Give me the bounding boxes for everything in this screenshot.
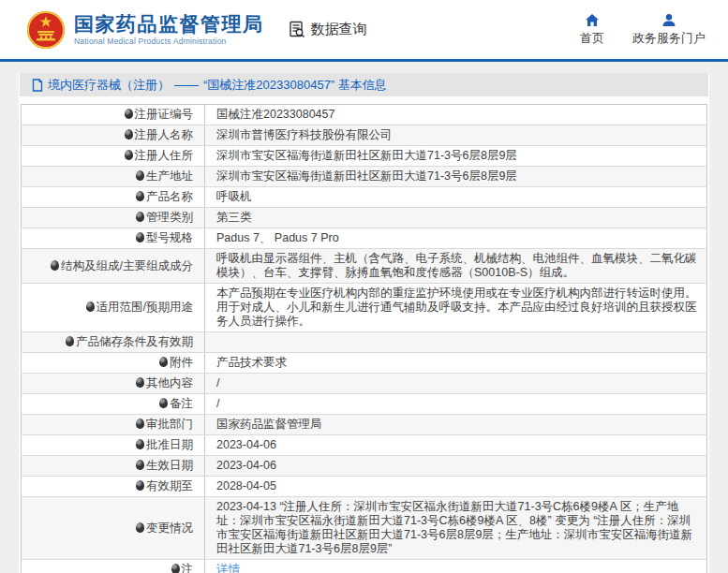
row-label: 结构及组成/主要组成成分: [22, 249, 205, 284]
top-nav: 首页 政务服务门户: [580, 13, 706, 47]
table-row: 型号规格 Padus 7、 Padus 7 Pro: [22, 228, 707, 249]
row-value: /: [205, 374, 707, 394]
table-row: 审批部门 国家药品监督管理局: [22, 415, 707, 435]
table-row: 注册人住所 深圳市宝安区福海街道新田社区新田大道71-3号6层8层9层: [22, 146, 707, 167]
table-row: 其他内容 /: [22, 374, 707, 394]
table-row: 结构及组成/主要组成成分 呼吸机由显示器组件、主机（含气路、电子系统、机械结构、…: [22, 249, 707, 284]
row-value: 深圳市普博医疗科技股份有限公司: [205, 125, 707, 146]
breadcrumb-current: “国械注准20233080457” 基本信息: [203, 77, 387, 94]
row-label: 适用范围/预期用途: [22, 284, 205, 332]
info-table-wrap: 注册证编号 国械注准20233080457 注册人名称 深圳市普博医疗科技股份有…: [20, 96, 708, 573]
table-row: 注册人名称 深圳市普博医疗科技股份有限公司: [22, 125, 707, 146]
nav-item-gov-portal[interactable]: 政务服务门户: [632, 13, 706, 47]
table-row: 注册证编号 国械注准20233080457: [22, 105, 707, 125]
row-label: 备注: [22, 394, 205, 415]
user-icon: [661, 13, 676, 27]
row-label: 注册人住所: [22, 146, 205, 167]
data-query-label: 数据查询: [311, 21, 367, 38]
nav-item-home[interactable]: 首页: [580, 13, 604, 47]
row-value: 深圳市宝安区福海街道新田社区新田大道71-3号6层8层9层: [205, 146, 707, 167]
row-label: 附件: [22, 353, 205, 374]
row-label: 生产地址: [22, 167, 205, 187]
info-table-body: 注册证编号 国械注准20233080457 注册人名称 深圳市普博医疗科技股份有…: [22, 105, 707, 573]
header-divider: [0, 59, 728, 62]
table-row: 适用范围/预期用途 本产品预期在专业医疗机构内部的重症监护环境使用或在专业医疗机…: [22, 284, 707, 332]
row-value: 2023-04-06: [205, 435, 707, 456]
row-value: /: [205, 394, 707, 415]
row-label: 生效日期: [22, 456, 205, 477]
row-label: 产品名称: [22, 187, 205, 208]
row-label: 批准日期: [22, 435, 205, 456]
details-link[interactable]: 详情: [216, 563, 240, 573]
home-icon: [585, 13, 600, 27]
registration-info-table: 注册证编号 国械注准20233080457 注册人名称 深圳市普博医疗科技股份有…: [21, 104, 707, 573]
row-value: 深圳市宝安区福海街道新田社区新田大道71-3号6层8层9层: [205, 167, 707, 187]
document-icon: [32, 79, 43, 92]
national-emblem-icon: [26, 10, 66, 50]
nav-item-home-label: 首页: [580, 30, 604, 47]
site-header: 国家药品监督管理局 National Medical Products Admi…: [0, 0, 728, 59]
table-row: 附件 产品技术要求: [22, 353, 707, 374]
row-label: 其他内容: [22, 374, 205, 394]
row-label: 型号规格: [22, 228, 205, 249]
table-row: 管理类别 第三类: [22, 208, 707, 228]
row-value: 第三类: [205, 208, 707, 228]
row-value: 2028-04-05: [205, 477, 707, 497]
table-row: 产品名称 呼吸机: [22, 187, 707, 208]
doc-search-icon: [289, 21, 306, 38]
row-label: 注册证编号: [22, 105, 205, 125]
row-value: 详情: [205, 560, 707, 573]
row-label: 产品储存条件及有效期: [22, 332, 205, 353]
table-row: 备注 /: [22, 394, 707, 415]
table-row: 注 详情: [22, 560, 707, 573]
row-label: 变更情况: [22, 497, 205, 560]
row-value: 国械注准20233080457: [205, 105, 707, 125]
table-row: 生产地址 深圳市宝安区福海街道新田社区新田大道71-3号6层8层9层: [22, 167, 707, 187]
row-value: 本产品预期在专业医疗机构内部的重症监护环境使用或在专业医疗机构内部进行转运时使用…: [205, 284, 707, 332]
row-value: 产品技术要求: [205, 353, 707, 374]
breadcrumb: 境内医疗器械（注册） —— “国械注准20233080457” 基本信息: [20, 73, 708, 96]
table-row: 生效日期 2023-04-06: [22, 456, 707, 477]
nav-item-gov-portal-label: 政务服务门户: [632, 30, 706, 47]
row-label: 管理类别: [22, 208, 205, 228]
row-label: 注册人名称: [22, 125, 205, 146]
breadcrumb-separator: ——: [174, 78, 199, 92]
row-label: 审批部门: [22, 415, 205, 435]
row-value: Padus 7、 Padus 7 Pro: [205, 228, 707, 249]
page: 国家药品监督管理局 National Medical Products Admi…: [0, 0, 728, 573]
row-label: 注: [22, 560, 205, 573]
row-value: 2023-04-13 “注册人住所：深圳市宝安区福永街道新田大道71-3号C栋6…: [205, 497, 707, 560]
row-label: 有效期至: [22, 477, 205, 497]
table-row: 变更情况 2023-04-13 “注册人住所：深圳市宝安区福永街道新田大道71-…: [22, 497, 707, 560]
row-value: 呼吸机: [205, 187, 707, 208]
table-row: 批准日期 2023-04-06: [22, 435, 707, 456]
row-value: [205, 332, 707, 353]
row-value: 国家药品监督管理局: [205, 415, 707, 435]
row-value: 2023-04-06: [205, 456, 707, 477]
table-row: 有效期至 2028-04-05: [22, 477, 707, 497]
breadcrumb-section[interactable]: 境内医疗器械（注册）: [48, 77, 170, 94]
content-card: 境内医疗器械（注册） —— “国械注准20233080457” 基本信息 注册证…: [19, 73, 709, 573]
brand-logo[interactable]: 国家药品监督管理局 National Medical Products Admi…: [26, 10, 264, 50]
bulb-icon: [171, 564, 180, 573]
table-row: 产品储存条件及有效期: [22, 332, 707, 353]
data-query-tab[interactable]: 数据查询: [289, 21, 367, 38]
row-value: 呼吸机由显示器组件、主机（含气路、电子系统、机械结构、电池组件、血氧模块、二氧化…: [205, 249, 707, 284]
agency-title: 国家药品监督管理局: [74, 13, 264, 36]
agency-subtitle: National Medical Products Administration: [74, 37, 264, 46]
